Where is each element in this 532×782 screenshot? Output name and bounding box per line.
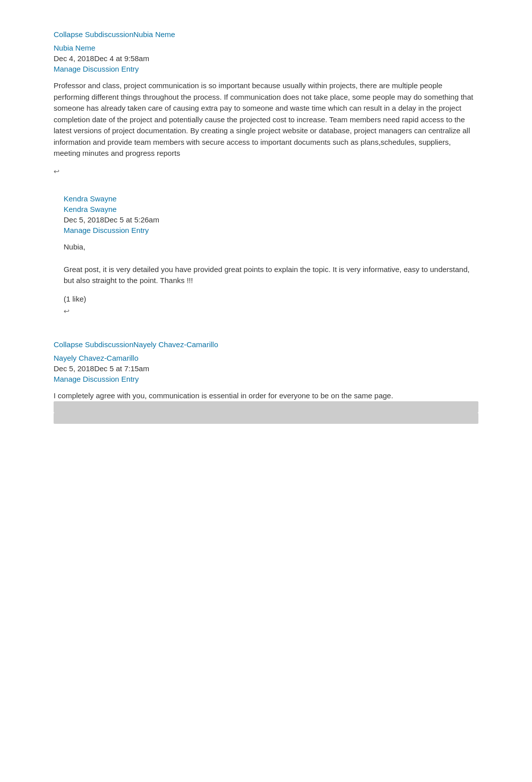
nubia-date-line: Dec 4, 2018Dec 4 at 9:58am [54, 54, 478, 63]
kendra-like-count: (1 like) [64, 295, 86, 303]
nubia-username-block: Nubia Neme [54, 44, 478, 52]
nayely-blurred-line1: We must all be on the same page and comm… [54, 401, 478, 413]
kendra-manage-link[interactable]: Manage Discussion Entry [64, 226, 149, 234]
kendra-body-text: Great post, it is very detailed you have… [64, 264, 478, 287]
kendra-date-line: Dec 5, 2018Dec 5 at 5:26am [64, 215, 478, 224]
kendra-reply-icon: ↩ [64, 307, 70, 315]
kendra-like-section: (1 like) [64, 295, 478, 303]
nubia-post-body: Professor and class, project communicati… [54, 80, 478, 159]
nayely-date-full: Dec 5 at 7:15am [94, 364, 149, 373]
kendra-reply-icon-area: ↩ [64, 307, 478, 315]
kendra-username-block2: Kendra Swayne [64, 205, 478, 213]
collapse-nayely-user-link[interactable]: Nayely Chavez-Camarillo [133, 340, 218, 349]
nayely-username-link[interactable]: Nayely Chavez-Camarillo [54, 354, 138, 362]
nayely-username-block: Nayely Chavez-Camarillo [54, 354, 478, 362]
collapse-nubia-user-link[interactable]: Nubia Neme [133, 30, 175, 39]
entry-nubia: Collapse SubdiscussionNubia Neme Nubia N… [54, 30, 478, 315]
collapse-nubia-link[interactable]: Collapse Subdiscussion [54, 30, 133, 39]
kendra-username-link2[interactable]: Kendra Swayne [64, 205, 117, 213]
nubia-date-full: Dec 4 at 9:58am [94, 54, 149, 63]
kendra-username-link[interactable]: Kendra Swayne [64, 194, 117, 203]
page-container: Collapse SubdiscussionNubia Neme Nubia N… [0, 0, 532, 479]
nayely-body-main: I completely agree with you, communicati… [54, 390, 478, 402]
nayely-manage-link[interactable]: Manage Discussion Entry [54, 375, 139, 383]
nubia-reply-icon: ↩ [54, 167, 60, 175]
entry-kendra: Kendra Swayne Kendra Swayne Dec 5, 2018D… [54, 179, 478, 315]
kendra-salutation: Nubia, [64, 241, 478, 253]
nubia-username-link[interactable]: Nubia Neme [54, 44, 95, 52]
collapse-nubia-line: Collapse SubdiscussionNubia Neme [54, 30, 478, 39]
entry-nayely: Collapse SubdiscussionNayely Chavez-Cama… [54, 340, 478, 424]
kendra-username-block: Kendra Swayne [64, 194, 478, 203]
nubia-date-short: Dec 4, 2018 [54, 54, 94, 63]
collapse-nayely-link[interactable]: Collapse Subdiscussion [54, 340, 133, 349]
nubia-manage-link[interactable]: Manage Discussion Entry [54, 65, 139, 73]
kendra-date-full: Dec 5 at 5:26am [104, 215, 159, 224]
collapse-nayely-line: Collapse SubdiscussionNayely Chavez-Cama… [54, 340, 478, 349]
kendra-date-short: Dec 5, 2018 [64, 215, 104, 224]
nayely-post-body: I completely agree with you, communicati… [54, 390, 478, 424]
nayely-date-line: Dec 5, 2018Dec 5 at 7:15am [54, 364, 478, 373]
nayely-date-short: Dec 5, 2018 [54, 364, 94, 373]
nubia-reply-icon-area: ↩ [54, 167, 478, 175]
nayely-blurred-line2: best experience possible with this cours… [54, 413, 478, 424]
kendra-post-body: Nubia, Great post, it is very detailed y… [64, 241, 478, 287]
